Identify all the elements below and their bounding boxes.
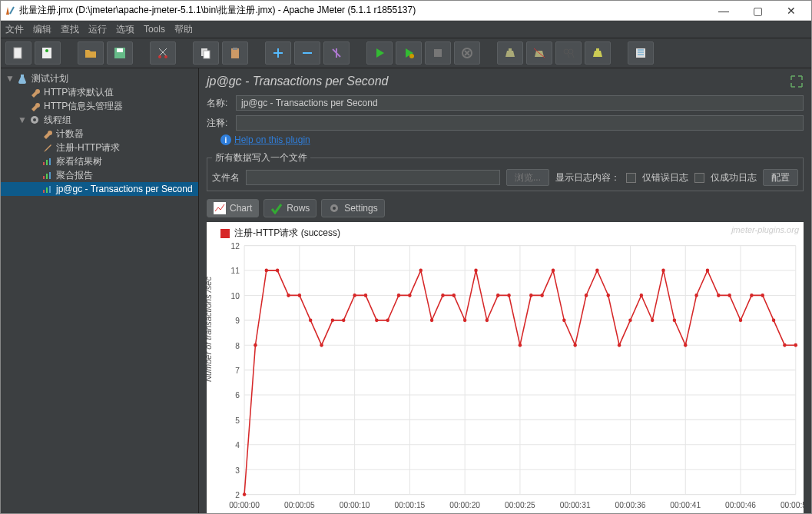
- svg-text:5: 5: [235, 415, 240, 424]
- save-button[interactable]: [107, 41, 133, 65]
- svg-text:7: 7: [235, 366, 240, 375]
- svg-text:12: 12: [231, 241, 240, 250]
- menu-find[interactable]: 查找: [61, 23, 79, 36]
- svg-point-120: [717, 293, 720, 297]
- titlebar: 批量注册.jmx (D:\jmeter\apache-jmeter-5.1.1\…: [1, 1, 811, 21]
- clear-button[interactable]: [497, 41, 523, 65]
- svg-point-77: [243, 492, 246, 496]
- svg-text:00:00:10: 00:00:10: [340, 500, 370, 509]
- svg-text:00:00:36: 00:00:36: [615, 500, 646, 509]
- svg-point-102: [519, 343, 522, 347]
- copy-button[interactable]: [193, 41, 219, 65]
- toolbar: [1, 38, 811, 68]
- expand-icon[interactable]: [790, 75, 804, 88]
- help-link[interactable]: i Help on this plugin: [220, 134, 804, 145]
- svg-text:3: 3: [235, 465, 240, 474]
- tree-item[interactable]: HTTP信息头管理器: [1, 99, 198, 113]
- name-input[interactable]: [236, 95, 804, 111]
- svg-rect-0: [14, 48, 22, 58]
- svg-point-92: [408, 293, 411, 297]
- svg-point-81: [287, 293, 290, 297]
- svg-point-91: [397, 293, 400, 297]
- svg-point-2: [45, 49, 48, 52]
- svg-point-93: [419, 269, 422, 273]
- menu-tools[interactable]: Tools: [144, 24, 165, 35]
- svg-point-123: [750, 293, 753, 297]
- start-no-timers-button[interactable]: [396, 41, 422, 65]
- main-panel: jp@gc - Transactions per Second 名称: 注释: …: [199, 68, 811, 513]
- svg-point-80: [276, 269, 279, 273]
- remove-button[interactable]: [294, 41, 320, 65]
- close-button[interactable]: ✕: [774, 2, 808, 20]
- comment-input[interactable]: [236, 115, 804, 131]
- svg-point-125: [772, 318, 775, 322]
- clear-all-button[interactable]: [526, 41, 552, 65]
- svg-rect-24: [43, 176, 45, 179]
- svg-point-84: [320, 343, 323, 347]
- test-plan-tree[interactable]: ▼测试计划HTTP请求默认值HTTP信息头管理器▼线程组计数器注册-HTTP请求…: [1, 68, 199, 513]
- minimize-button[interactable]: —: [707, 2, 741, 20]
- svg-point-113: [640, 293, 643, 297]
- search-button[interactable]: [555, 41, 582, 65]
- svg-point-87: [353, 293, 356, 297]
- svg-point-118: [694, 293, 698, 297]
- svg-text:00:00:41: 00:00:41: [670, 500, 701, 509]
- tree-item[interactable]: ▼线程组: [1, 113, 198, 127]
- browse-button[interactable]: 浏览...: [506, 169, 549, 186]
- tree-item[interactable]: 计数器: [1, 127, 198, 141]
- comment-label: 注释:: [207, 117, 231, 130]
- start-button[interactable]: [366, 41, 393, 65]
- shutdown-button[interactable]: [454, 41, 480, 65]
- tree-item[interactable]: 注册-HTTP请求: [1, 141, 198, 154]
- window-title: 批量注册.jmx (D:\jmeter\apache-jmeter-5.1.1\…: [19, 4, 707, 17]
- tree-item[interactable]: 察看结果树: [1, 154, 198, 168]
- svg-point-85: [331, 318, 334, 322]
- svg-point-116: [673, 318, 676, 322]
- tree-item[interactable]: HTTP请求默认值: [1, 85, 198, 99]
- svg-text:6: 6: [235, 390, 240, 400]
- file-group: 所有数据写入一个文件 文件名 浏览... 显示日志内容： 仅错误日志 仅成功日志…: [207, 151, 804, 191]
- svg-text:9: 9: [235, 316, 240, 325]
- menu-help[interactable]: 帮助: [174, 23, 193, 36]
- chart-watermark: jmeter-plugins.org: [731, 225, 799, 234]
- open-button[interactable]: [78, 41, 104, 65]
- cut-button[interactable]: [150, 41, 176, 65]
- info-icon: i: [220, 134, 231, 145]
- svg-point-99: [486, 318, 489, 322]
- svg-text:00:00:46: 00:00:46: [725, 500, 756, 509]
- svg-point-83: [309, 318, 312, 322]
- file-input[interactable]: [246, 170, 500, 185]
- config-button[interactable]: 配置: [763, 169, 798, 186]
- tree-item[interactable]: 聚合报告: [1, 168, 198, 182]
- svg-text:8: 8: [235, 340, 240, 350]
- success-only-checkbox[interactable]: [694, 173, 704, 183]
- new-button[interactable]: [5, 41, 31, 65]
- menu-run[interactable]: 运行: [88, 23, 107, 36]
- tree-item[interactable]: jp@gc - Transactions per Second: [1, 182, 198, 196]
- reset-search-button[interactable]: [585, 41, 611, 65]
- stop-button[interactable]: [425, 41, 451, 65]
- paste-button[interactable]: [222, 41, 248, 65]
- error-only-checkbox[interactable]: [626, 173, 636, 183]
- tab-settings[interactable]: Settings: [321, 199, 384, 217]
- add-button[interactable]: [265, 41, 291, 65]
- menu-edit[interactable]: 编辑: [33, 23, 51, 36]
- svg-text:11: 11: [231, 266, 240, 275]
- tab-chart[interactable]: Chart: [207, 199, 259, 217]
- svg-point-90: [386, 318, 389, 322]
- svg-rect-23: [49, 158, 51, 165]
- menu-file[interactable]: 文件: [5, 23, 24, 36]
- toggle-button[interactable]: [323, 41, 350, 65]
- svg-rect-28: [46, 187, 48, 193]
- svg-point-97: [463, 318, 466, 322]
- svg-point-103: [529, 293, 532, 297]
- maximize-button[interactable]: ▢: [741, 2, 774, 20]
- tab-rows[interactable]: Rows: [263, 199, 317, 217]
- templates-button[interactable]: [35, 41, 61, 65]
- svg-point-109: [595, 269, 598, 273]
- legend-swatch: [220, 229, 230, 238]
- function-helper-button[interactable]: [628, 41, 654, 65]
- chart-area: 注册-HTTP请求 (success) jmeter-plugins.org N…: [207, 222, 804, 513]
- tree-item[interactable]: ▼测试计划: [1, 71, 198, 85]
- menu-options[interactable]: 选项: [116, 23, 134, 36]
